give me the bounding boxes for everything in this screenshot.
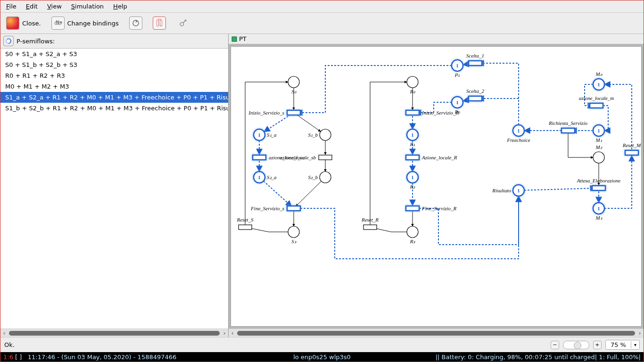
svg-text:R₃: R₃ [410,239,416,244]
canvas-hscroll[interactable]: ‹ › [229,329,644,337]
svg-point-5 [180,23,184,26]
swap-icon[interactable] [153,16,166,30]
menu-edit[interactable]: Edit [23,2,41,11]
menu-help[interactable]: Help [110,2,130,11]
os-status-bar: 1:6 [ ] 11:17:46 - (Sun 03 May, 05.2020)… [0,352,644,362]
svg-text:S₃: S₃ [291,239,297,244]
canvas-tab-bar: PT [229,34,644,44]
pt-tab-label[interactable]: PT [239,35,247,42]
scroll-track[interactable] [237,331,635,336]
svg-text:1: 1 [456,63,459,68]
svg-text:Fine_Servizio_R: Fine_Servizio_R [421,206,457,211]
svg-text:Reset_S: Reset_S [237,217,254,222]
canvas[interactable]: Inizio_Servizio_sazione_locale_saazione_… [231,46,642,327]
scroll-left-icon[interactable]: ‹ [0,329,8,337]
zoom-combo[interactable]: 75 % ▾ [605,340,640,350]
os-workspace: 1:6 [3,354,13,361]
menu-view[interactable]: View [44,2,65,11]
svg-text:Scelta_1: Scelta_1 [466,53,484,58]
chevron-down-icon[interactable]: ▾ [631,341,639,348]
bindings-icon: N=√ [51,16,65,30]
scroll-right-icon[interactable]: › [636,329,644,337]
semiflow-list: S0 + S1_a + S2_a + S3S0 + S1_b + S2_b + … [0,49,228,329]
svg-text:Richiesta_Servizio: Richiesta_Servizio [548,120,587,126]
list-item[interactable]: S0 + S1_a + S2_a + S3 [0,49,228,59]
left-pane: P-semiflows: S0 + S1_a + S2_a + S3S0 + S… [0,34,229,337]
svg-text:R₀: R₀ [410,89,416,94]
close-button[interactable]: Close. [6,16,41,30]
svg-text:Risultato: Risultato [492,188,511,193]
list-item[interactable]: R0 + R1 + R2 + R3 [0,70,228,81]
svg-text:1: 1 [597,82,600,87]
svg-rect-32 [590,103,603,108]
close-label: Close. [22,20,41,27]
toolbar: Close. N=√ Change bindings [0,13,644,34]
svg-rect-26 [469,61,482,66]
svg-text:Reset_R: Reset_R [361,217,379,222]
svg-text:1: 1 [411,132,414,138]
zoom-value: 75 % [606,340,631,349]
svg-text:S₂_b: S₂_b [308,174,318,180]
svg-point-60 [407,226,418,238]
p-semiflow-icon [3,36,14,46]
zoom-slider[interactable] [563,341,589,349]
svg-rect-28 [469,96,482,101]
svg-text:1: 1 [597,128,600,133]
list-item[interactable]: S0 + S1_b + S2_b + S3 [0,59,228,70]
pt-tab-icon [231,36,237,42]
svg-rect-22 [406,206,419,211]
svg-text:M₂: M₂ [595,144,602,150]
measure-icon[interactable] [176,16,190,30]
svg-rect-30 [561,128,575,133]
refresh-icon[interactable] [129,16,142,30]
svg-text:Freechoice: Freechoice [506,137,530,143]
right-pane: PT Inizio_Servizio_sazione_locale_saazio… [229,34,644,337]
svg-rect-34 [592,186,605,190]
svg-rect-16 [239,225,252,230]
svg-text:M₀: M₀ [595,71,602,77]
svg-text:1: 1 [517,128,520,133]
svg-rect-12 [319,155,332,160]
svg-text:azione_locale_m: azione_locale_m [579,95,614,101]
svg-point-52 [407,76,418,88]
zoom-in-button[interactable]: + [593,341,602,349]
svg-text:1: 1 [411,174,414,180]
list-item[interactable]: S1_b + S2_b + R1 + R2 + M0 + M1 + M3 + F… [0,103,228,114]
scroll-track[interactable] [9,331,220,336]
svg-text:Fine_Servizio_s: Fine_Servizio_s [250,206,284,211]
svg-rect-8 [287,110,300,115]
svg-text:1: 1 [597,206,600,211]
menu-bar: File Edit View Simulation Help [0,0,644,13]
left-pane-header: P-semiflows: [0,34,228,49]
svg-point-80 [593,152,604,163]
change-bindings-button[interactable]: N=√ Change bindings [51,16,119,30]
menu-file[interactable]: File [3,2,19,11]
svg-point-48 [320,172,331,183]
svg-text:1: 1 [456,99,459,105]
scroll-right-icon[interactable]: › [221,329,228,337]
os-battery: || Battery: 0: Charging, 98%, 00:07:25 u… [436,354,641,361]
svg-rect-7 [232,37,237,41]
svg-text:Inizio_Servizio_R: Inizio_Servizio_R [421,110,459,115]
svg-point-38 [288,76,299,88]
list-item[interactable]: S1_a + S2_a + R1 + R2 + M0 + M1 + M3 + F… [0,92,228,103]
svg-text:R₁: R₁ [410,141,415,147]
status-bar: Ok. − + 75 % ▾ [0,337,644,352]
os-net: lo enp0s25 wlp3s0 [293,354,351,361]
svg-text:azione_locale_sb: azione_locale_sb [280,155,316,160]
scroll-left-icon[interactable]: ‹ [229,329,236,337]
zoom-out-button[interactable]: − [551,341,559,349]
svg-rect-3 [157,20,158,26]
list-item[interactable]: M0 + M1 + M2 + M3 [0,81,228,92]
svg-rect-36 [625,150,638,155]
menu-simulation[interactable]: Simulation [68,2,107,11]
left-hscroll[interactable]: ‹ › [0,329,228,337]
svg-rect-14 [287,206,300,211]
svg-point-50 [288,226,299,238]
svg-point-43 [320,129,331,140]
svg-text:P₁: P₁ [454,72,460,78]
svg-text:1: 1 [258,174,261,180]
svg-text:1: 1 [258,132,261,138]
close-icon [6,16,19,30]
svg-text:Inizio_Servizio_s: Inizio_Servizio_s [248,110,284,115]
